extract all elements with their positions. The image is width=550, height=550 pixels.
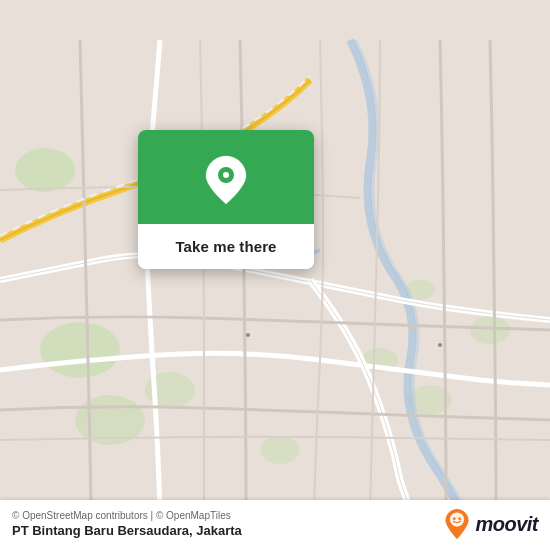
- popup-card: Take me there: [138, 130, 314, 269]
- bottom-bar: © OpenStreetMap contributors | © OpenMap…: [0, 500, 550, 550]
- popup-header: [138, 130, 314, 224]
- place-name: PT Bintang Baru Bersaudara, Jakarta: [12, 523, 242, 538]
- moovit-brand-text: moovit: [475, 513, 538, 536]
- bottom-info: © OpenStreetMap contributors | © OpenMap…: [12, 510, 242, 538]
- moovit-logo: moovit: [443, 508, 538, 540]
- svg-point-9: [470, 316, 510, 344]
- svg-point-2: [40, 322, 120, 378]
- svg-point-12: [438, 343, 442, 347]
- map-container: Take me there © OpenStreetMap contributo…: [0, 0, 550, 550]
- map-attribution: © OpenStreetMap contributors | © OpenMap…: [12, 510, 242, 521]
- location-pin-icon: [204, 158, 248, 202]
- svg-point-11: [246, 333, 250, 337]
- take-me-there-button[interactable]: Take me there: [138, 224, 314, 269]
- svg-point-1: [15, 148, 75, 192]
- svg-point-16: [450, 512, 464, 526]
- svg-point-17: [453, 517, 456, 520]
- svg-point-15: [223, 172, 229, 178]
- map-roads: [0, 0, 550, 550]
- svg-point-5: [260, 436, 300, 464]
- svg-point-18: [459, 517, 462, 520]
- moovit-logo-icon: [443, 508, 471, 540]
